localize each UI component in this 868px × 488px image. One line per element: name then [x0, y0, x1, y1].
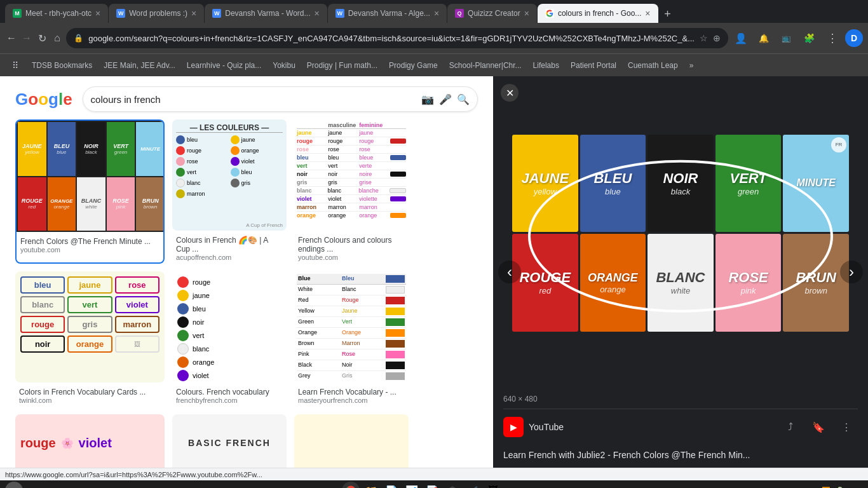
- taskbar-chrome[interactable]: [342, 482, 360, 488]
- preview-size: 640 × 480: [503, 395, 858, 403]
- notifications-icon[interactable]: 🔔: [754, 28, 774, 48]
- taskbar-apps: 📁 📄 📊 📑 🎓 📹 🖼: [28, 482, 817, 488]
- main-content: Google colours in french 📷 🎤 🔍: [0, 76, 868, 468]
- address-text: google.com/search?q=colours+in+french&rl…: [88, 34, 695, 43]
- search-text: colours in french: [91, 94, 416, 105]
- bookmarks-bar: ⠿ TDSB Bookmarks JEE Main, JEE Adv... Le…: [0, 53, 868, 76]
- microphone-icon[interactable]: 🎤: [439, 93, 452, 105]
- extensions-icon[interactable]: ⊕: [713, 33, 721, 43]
- preview-panel: ✕ ‹ › JAUNE yellow BLEU blue NOIR: [493, 76, 868, 468]
- vocab-cards-thumb: bleu jaune rose blanc vert violet rouge …: [15, 271, 165, 383]
- cast-icon[interactable]: 📺: [776, 28, 797, 48]
- preview-title: Learn French with Jublie2 - French Color…: [503, 445, 858, 463]
- taskbar-files[interactable]: 📁: [362, 482, 380, 488]
- bookmark-patient-portal[interactable]: Patient Portal: [566, 58, 621, 72]
- preview-footer: 640 × 480 ▶ YouTube ⤴ 🔖 ⋮ Learn French w…: [493, 390, 868, 468]
- preview-close-button[interactable]: ✕: [501, 84, 519, 102]
- chrome-menu-icon[interactable]: ⋮: [822, 28, 843, 48]
- word-favicon: W: [116, 9, 125, 18]
- tab-google-close[interactable]: ×: [645, 8, 650, 18]
- tab-devansh-word-close[interactable]: ×: [315, 8, 320, 18]
- image-card-3[interactable]: masculine feminine jaune jaune jaune rou…: [294, 119, 409, 264]
- bottom-card-2[interactable]: BASIC FRENCH: [172, 414, 287, 468]
- bookmark-cuemath[interactable]: Cuemath Leap: [623, 58, 683, 72]
- search-results-area: Google colours in french 📷 🎤 🔍: [0, 76, 493, 468]
- image-card-4[interactable]: bleu jaune rose blanc vert violet rouge …: [15, 271, 165, 407]
- jee-label: JEE Main, JEE Adv...: [104, 61, 175, 70]
- launcher-button[interactable]: ⊞: [5, 482, 23, 488]
- bookmark-prodigy[interactable]: Prodigy | Fun math...: [302, 58, 383, 72]
- google-logo[interactable]: Google: [15, 90, 72, 109]
- taskbar-docs[interactable]: 📄: [383, 482, 400, 488]
- bottom-card-1[interactable]: rouge 🌸 violet: [15, 414, 165, 468]
- tab-word-title: Word problems :): [129, 9, 187, 18]
- taskbar-slides[interactable]: 📑: [423, 482, 441, 488]
- cuemath-label: Cuemath Leap: [628, 61, 678, 70]
- google-favicon: [545, 9, 554, 18]
- taskbar-classroom[interactable]: 🎓: [444, 482, 461, 488]
- quizizz-favicon: Q: [455, 9, 464, 18]
- search-header: Google colours in french 📷 🎤 🔍: [15, 86, 478, 112]
- bookmark-lifelabs[interactable]: Lifelabs: [528, 58, 564, 72]
- tab-devansh-alg[interactable]: W Devansh Varma - Alge... ×: [328, 4, 447, 23]
- card4-caption: Colors in French Vocabulary Cards ...: [19, 388, 161, 396]
- school-planner-label: School-Planner|Chr...: [449, 61, 522, 70]
- devansh-word-favicon: W: [212, 9, 221, 18]
- tab-word[interactable]: W Word problems :) ×: [109, 4, 204, 23]
- bottom-card-3[interactable]: [294, 414, 409, 468]
- bottom-cards-row: rouge 🌸 violet BASIC FRENCH: [15, 414, 478, 468]
- tab-bar: M Meet - rbh-ycah-otc × W Word problems …: [0, 0, 868, 23]
- taskbar-sheets[interactable]: 📊: [403, 482, 421, 488]
- tab-word-close[interactable]: ×: [191, 8, 196, 18]
- card6-source: masteryourfrench.com: [298, 396, 405, 404]
- address-bar[interactable]: 🔒 google.com/search?q=colours+in+french&…: [66, 28, 728, 48]
- image-card-2[interactable]: — LES COULEURS — bleu jaune rouge orange…: [172, 119, 287, 264]
- card2-source: acupoffrench.com: [176, 254, 283, 261]
- tab-devansh-word[interactable]: W Devansh Varma - Word... ×: [205, 4, 327, 23]
- preview-nav-next[interactable]: ›: [840, 261, 863, 283]
- bookmark-prodigy-game[interactable]: Prodigy Game: [384, 58, 443, 72]
- home-button[interactable]: ⌂: [51, 28, 64, 48]
- bookmark-more[interactable]: »: [684, 58, 699, 72]
- bookmark-yokibu[interactable]: Yokibu: [268, 58, 301, 72]
- profile-avatar[interactable]: D: [845, 29, 863, 47]
- bookmark-button[interactable]: 🔖: [807, 416, 830, 438]
- tab-meet-close[interactable]: ×: [95, 8, 100, 18]
- more-options-button[interactable]: ⋮: [835, 416, 858, 438]
- tdsb-label: TDSB Bookmarks: [32, 61, 92, 70]
- bookmark-tdsb[interactable]: TDSB Bookmarks: [27, 58, 97, 72]
- apps-icon[interactable]: ⠿: [5, 55, 25, 76]
- forward-button[interactable]: →: [20, 28, 33, 48]
- taskbar-meet[interactable]: 📹: [464, 482, 482, 488]
- tab-devansh-alg-title: Devansh Varma - Alge...: [348, 9, 430, 18]
- taskbar-photos[interactable]: 🖼: [484, 482, 502, 488]
- new-tab-button[interactable]: +: [659, 5, 677, 23]
- yokibu-label: Yokibu: [273, 61, 295, 70]
- taskbar: ⊞ 📁 📄 📊 📑 🎓 📹 🖼 📶 🔋 9:52: [0, 480, 868, 488]
- tab-meet[interactable]: M Meet - rbh-ycah-otc ×: [5, 4, 108, 23]
- tab-devansh-alg-close[interactable]: ×: [434, 8, 439, 18]
- camera-icon[interactable]: 📷: [421, 93, 434, 105]
- bookmark-school-planner[interactable]: School-Planner|Chr...: [444, 58, 527, 72]
- reload-button[interactable]: ↻: [36, 28, 48, 48]
- youtube-icon: ▶: [503, 417, 524, 437]
- image-card-5[interactable]: rouge jaune bleu noir vert blanc orange …: [172, 271, 287, 407]
- tab-quizizz[interactable]: Q Quizizz Creator ×: [447, 4, 537, 23]
- preview-nav-prev[interactable]: ‹: [498, 261, 521, 283]
- french-colors-thumb: JAUNE yellow BLEU blue NOIR black VERT: [17, 121, 165, 232]
- bookmark-learnhive[interactable]: Learnhive - Quiz pla...: [182, 58, 266, 72]
- back-button[interactable]: ←: [5, 28, 18, 48]
- search-icon[interactable]: 🔍: [457, 93, 470, 105]
- card1-source: youtube.com: [20, 246, 159, 254]
- image-card-6[interactable]: Blue Bleu White Blanc Red Rouge: [294, 271, 409, 407]
- bookmark-jee[interactable]: JEE Main, JEE Adv...: [98, 58, 180, 72]
- tab-quizizz-close[interactable]: ×: [524, 8, 529, 18]
- image-card-1[interactable]: JAUNE yellow BLEU blue NOIR black VERT: [15, 119, 165, 264]
- share-button[interactable]: ⤴: [779, 416, 802, 438]
- card1-caption: French Colors @The French Minute ...: [20, 237, 159, 246]
- extensions-menu-icon[interactable]: 🧩: [799, 28, 820, 48]
- star-icon[interactable]: ☆: [700, 33, 708, 43]
- search-box[interactable]: colours in french 📷 🎤 🔍: [83, 86, 478, 112]
- account-icon[interactable]: 👤: [731, 28, 751, 48]
- tab-google[interactable]: colours in french - Goo... ×: [538, 4, 658, 23]
